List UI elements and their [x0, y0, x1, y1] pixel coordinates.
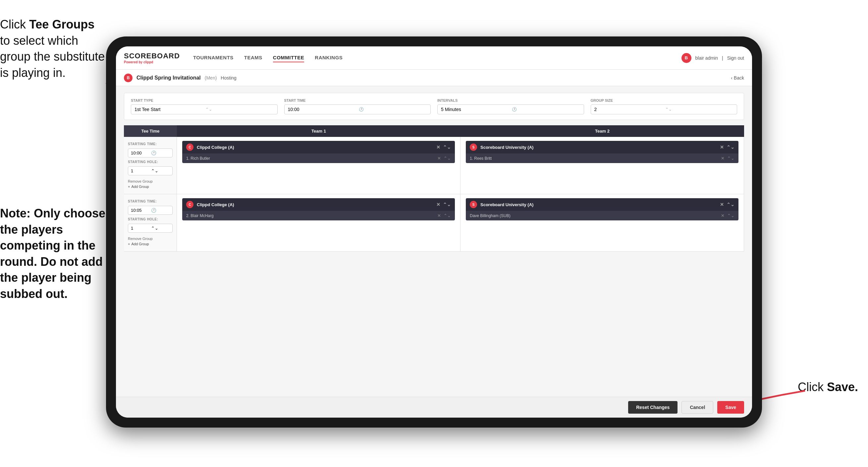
player-row-1-1: 1. Rich Butler ✕ ⌃⌄: [182, 153, 455, 163]
player-expand-icon-2-1[interactable]: ⌃⌄: [727, 156, 735, 161]
player-expand-icon-1-1[interactable]: ⌃⌄: [444, 156, 451, 161]
team2-cell-2: S Scoreboard University (A) ✕ ⌃⌄ Dave Bi…: [461, 194, 744, 251]
tablet-frame: SCOREBOARD Powered by clippd TOURNAMENTS…: [106, 36, 762, 428]
time-clock-icon-1: 🕐: [151, 150, 170, 155]
team2-name-1: Scoreboard University (A): [480, 145, 717, 150]
team2-card-1: S Scoreboard University (A) ✕ ⌃⌄ 1. Rees…: [466, 141, 739, 163]
intervals-label: Intervals: [437, 98, 584, 103]
team1-expand-icon-2[interactable]: ⌃⌄: [443, 202, 451, 207]
col-team2: Team 2: [461, 125, 744, 137]
team2-name-2: Scoreboard University (A): [480, 202, 717, 207]
tee-time-cell-1: STARTING TIME: 10:00 🕐 STARTING HOLE: 1 …: [124, 137, 177, 194]
team1-close-icon-2[interactable]: ✕: [436, 202, 440, 207]
nav-committee[interactable]: COMMITTEE: [273, 53, 305, 62]
nav-teams[interactable]: TEAMS: [244, 53, 262, 62]
tee-actions-2: Remove Group + Add Group: [128, 237, 173, 246]
player-expand-icon-2-2[interactable]: ⌃⌄: [727, 213, 735, 218]
starting-hole-input-2[interactable]: 1 ⌃⌄: [128, 224, 173, 233]
team2-close-icon-2[interactable]: ✕: [720, 202, 724, 207]
group-size-input[interactable]: 2 ⌃⌄: [591, 105, 738, 114]
starting-hole-label-1: STARTING HOLE:: [128, 160, 173, 164]
team1-header-controls-1: ✕ ⌃⌄: [436, 145, 451, 150]
col-tee-time: Tee Time: [124, 125, 177, 137]
player-expand-icon-1-2[interactable]: ⌃⌄: [444, 213, 451, 218]
team2-icon-2: S: [470, 201, 477, 208]
cancel-button[interactable]: Cancel: [681, 401, 713, 414]
team1-icon-2: C: [186, 201, 193, 208]
remove-group-btn-1[interactable]: Remove Group: [128, 179, 173, 183]
breadcrumb-bar: B Clippd Spring Invitational (Men) Hosti…: [116, 69, 752, 86]
hole-chevron-2: ⌃⌄: [151, 226, 170, 231]
player-close-icon-2-1[interactable]: ✕: [721, 156, 724, 161]
start-time-label: Start Time: [284, 98, 431, 103]
group-row-2: STARTING TIME: 10:05 🕐 STARTING HOLE: 1 …: [124, 194, 744, 252]
nav-username: blair admin: [695, 55, 718, 61]
player-close-icon-1-1[interactable]: ✕: [437, 156, 441, 161]
team2-close-icon-1[interactable]: ✕: [720, 145, 724, 150]
team1-cell-2: C Clippd College (A) ✕ ⌃⌄ 2. Blair McHar…: [177, 194, 461, 251]
back-button[interactable]: ‹ Back: [731, 75, 744, 81]
starting-hole-input-1[interactable]: 1 ⌃⌄: [128, 166, 173, 175]
add-group-btn-1[interactable]: + Add Group: [128, 185, 173, 188]
team2-expand-icon-2[interactable]: ⌃⌄: [726, 202, 735, 207]
intervals-icon: 🕐: [512, 107, 580, 112]
team1-close-icon-1[interactable]: ✕: [436, 145, 440, 150]
start-type-input[interactable]: 1st Tee Start ⌃⌄: [131, 105, 278, 114]
breadcrumb-title: Clippd Spring Invitational: [136, 75, 201, 81]
team2-card-2: S Scoreboard University (A) ✕ ⌃⌄ Dave Bi…: [466, 198, 739, 221]
time-clock-icon-2: 🕐: [151, 208, 170, 213]
group-size-chevron: ⌃⌄: [665, 107, 734, 112]
group-size-group: Group Size 2 ⌃⌄: [591, 98, 738, 114]
team1-icon-1: C: [186, 144, 193, 151]
team1-name-1: Clippd College (A): [197, 145, 433, 150]
intervals-input[interactable]: 5 Minutes 🕐: [437, 105, 584, 114]
team1-header-1: C Clippd College (A) ✕ ⌃⌄: [182, 141, 455, 153]
start-type-chevron: ⌃⌄: [206, 107, 274, 112]
start-time-input[interactable]: 10:00 🕐: [284, 105, 431, 114]
note-text: Note: Only choose the players competing …: [0, 205, 113, 302]
logo-powered: Powered by clippd: [124, 60, 180, 64]
player-controls-2-1: ✕ ⌃⌄: [721, 156, 735, 161]
team2-header-1: S Scoreboard University (A) ✕ ⌃⌄: [466, 141, 739, 153]
starting-time-input-2[interactable]: 10:05 🕐: [128, 206, 173, 215]
add-group-btn-2[interactable]: + Add Group: [128, 242, 173, 246]
player-close-icon-1-2[interactable]: ✕: [437, 213, 441, 218]
breadcrumb-icon: B: [124, 74, 132, 82]
starting-time-input-1[interactable]: 10:00 🕐: [128, 148, 173, 157]
intervals-group: Intervals 5 Minutes 🕐: [437, 98, 584, 114]
nav-avatar: B: [681, 53, 691, 63]
nav-tournaments[interactable]: TOURNAMENTS: [193, 53, 234, 62]
player-close-icon-2-2[interactable]: ✕: [721, 213, 724, 218]
hole-chevron-1: ⌃⌄: [151, 168, 170, 173]
reset-changes-button[interactable]: Reset Changes: [628, 401, 678, 414]
nav-signout[interactable]: Sign out: [727, 55, 744, 61]
logo-area: SCOREBOARD Powered by clippd: [124, 52, 180, 64]
start-time-icon: 🕐: [359, 107, 427, 112]
starting-time-label-2: STARTING TIME:: [128, 200, 173, 203]
start-settings: Start Type 1st Tee Start ⌃⌄ Start Time 1…: [124, 93, 744, 120]
player-controls-2-2: ✕ ⌃⌄: [721, 213, 735, 218]
player-name-2-1: 1. Rees Britt: [470, 156, 721, 161]
player-name-1-2: 2. Blair McHarg: [186, 213, 437, 218]
group-size-label: Group Size: [591, 98, 738, 103]
player-row-2-1: 1. Rees Britt ✕ ⌃⌄: [466, 153, 739, 163]
click-save-label: Click Save.: [798, 380, 858, 394]
nav-rankings[interactable]: RANKINGS: [315, 53, 343, 62]
team2-expand-icon-1[interactable]: ⌃⌄: [726, 145, 735, 150]
breadcrumb-hosting: Hosting: [221, 75, 236, 81]
starting-hole-label-2: STARTING HOLE:: [128, 217, 173, 221]
main-content: Start Type 1st Tee Start ⌃⌄ Start Time 1…: [116, 86, 752, 397]
team2-header-2: S Scoreboard University (A) ✕ ⌃⌄: [466, 198, 739, 211]
navbar: SCOREBOARD Powered by clippd TOURNAMENTS…: [116, 47, 752, 69]
tee-time-cell-2: STARTING TIME: 10:05 🕐 STARTING HOLE: 1 …: [124, 194, 177, 251]
team2-icon-1: S: [470, 144, 477, 151]
remove-group-btn-2[interactable]: Remove Group: [128, 237, 173, 241]
player-controls-1-1: ✕ ⌃⌄: [437, 156, 451, 161]
player-row-2-2: Dave Billingham (SUB) ✕ ⌃⌄: [466, 211, 739, 221]
player-name-1-1: 1. Rich Butler: [186, 156, 437, 161]
save-button[interactable]: Save: [717, 401, 744, 414]
team2-cell-1: S Scoreboard University (A) ✕ ⌃⌄ 1. Rees…: [461, 137, 744, 194]
tablet-screen: SCOREBOARD Powered by clippd TOURNAMENTS…: [116, 47, 752, 418]
team1-expand-icon-1[interactable]: ⌃⌄: [443, 145, 451, 150]
column-headers: Tee Time Team 1 Team 2: [124, 125, 744, 137]
